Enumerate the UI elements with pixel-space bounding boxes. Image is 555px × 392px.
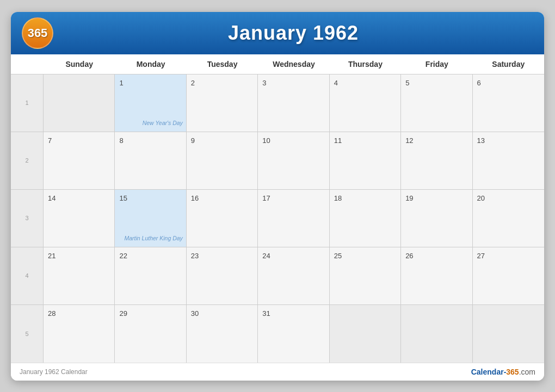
day-number: 13 <box>477 136 485 145</box>
day-number: 21 <box>48 252 55 260</box>
day-cell-jan-6[interactable]: 6 <box>473 74 544 132</box>
day-number: 1 <box>119 79 123 87</box>
day-cell-jan-20[interactable]: 20 <box>473 190 544 247</box>
day-cell-jan-7[interactable]: 7 <box>44 132 115 189</box>
day-number: 5 <box>405 79 409 87</box>
day-cell-jan-3[interactable]: 3 <box>258 74 329 132</box>
day-cell-empty-3 <box>401 305 472 363</box>
calendar-row-2: 2 7 8 9 10 11 12 <box>11 132 544 190</box>
day-number: 25 <box>334 252 342 260</box>
day-number: 6 <box>477 79 481 87</box>
day-cell-jan-19[interactable]: 19 <box>401 190 472 247</box>
calendar-row-4: 4 21 22 23 24 25 26 <box>11 247 544 305</box>
day-number: 30 <box>191 309 199 318</box>
day-cell-jan-21[interactable]: 21 <box>44 247 115 304</box>
week-num-5: 5 <box>11 305 44 363</box>
day-number: 15 <box>119 194 127 202</box>
holiday-name-new-years: New Year's Day <box>143 120 183 127</box>
day-number: 31 <box>262 309 270 318</box>
day-cell-jan-31[interactable]: 31 <box>258 305 329 363</box>
calendar-row-3: 3 14 15 Martin Luther King Day 16 17 18 <box>11 190 544 247</box>
day-cell-jan-2[interactable]: 2 <box>187 74 258 132</box>
holiday-name-mlk: Martin Luther King Day <box>124 235 182 242</box>
day-cell-jan-11[interactable]: 11 <box>330 132 401 189</box>
calendar-header: 365 January 1962 <box>11 12 544 54</box>
day-cell-empty-4 <box>473 305 544 363</box>
day-cell-jan-29[interactable]: 29 <box>115 305 186 363</box>
logo-badge: 365 <box>22 17 53 49</box>
day-number: 26 <box>405 252 413 260</box>
day-header-thursday: Thursday <box>330 54 401 74</box>
day-number: 4 <box>334 79 338 87</box>
day-header-friday: Friday <box>401 54 472 74</box>
day-header-monday: Monday <box>115 54 186 74</box>
footer-brand-calendar: Calendar- <box>471 368 507 376</box>
day-number: 19 <box>405 194 413 202</box>
footer-brand: Calendar-365.com <box>471 368 535 376</box>
day-cell-jan-30[interactable]: 30 <box>187 305 258 363</box>
day-cell-jan-1[interactable]: 1 New Year's Day <box>115 74 186 132</box>
day-cell-jan-28[interactable]: 28 <box>44 305 115 363</box>
day-number: 27 <box>477 252 485 260</box>
day-number: 10 <box>262 136 270 145</box>
calendar-grid: 1 1 New Year's Day 2 3 4 5 <box>11 74 544 363</box>
day-headers: Sunday Monday Tuesday Wednesday Thursday… <box>11 54 544 74</box>
day-header-tuesday: Tuesday <box>187 54 258 74</box>
day-cell-jan-22[interactable]: 22 <box>115 247 186 304</box>
day-cell-empty-2 <box>330 305 401 363</box>
day-cell-jan-10[interactable]: 10 <box>258 132 329 189</box>
day-number: 3 <box>262 79 266 87</box>
day-cell-jan-27[interactable]: 27 <box>473 247 544 304</box>
day-number: 18 <box>334 194 342 202</box>
footer-label: January 1962 Calendar <box>20 368 88 376</box>
week-num-4: 4 <box>11 247 44 304</box>
day-number: 17 <box>262 194 270 202</box>
day-cell-jan-15[interactable]: 15 Martin Luther King Day <box>115 190 186 247</box>
day-number: 20 <box>477 194 485 202</box>
day-number: 23 <box>191 252 199 260</box>
day-number: 24 <box>262 252 270 260</box>
day-cell-jan-18[interactable]: 18 <box>330 190 401 247</box>
day-cell-jan-4[interactable]: 4 <box>330 74 401 132</box>
day-number: 12 <box>405 136 413 145</box>
week-num-spacer <box>11 54 44 74</box>
calendar-row-1: 1 1 New Year's Day 2 3 4 5 <box>11 74 544 132</box>
footer-brand-dotcom: .com <box>519 368 535 376</box>
footer-brand-365: 365 <box>506 368 519 376</box>
day-cell-jan-25[interactable]: 25 <box>330 247 401 304</box>
calendar-wrapper: 365 January 1962 Sunday Monday Tuesday W… <box>11 12 544 381</box>
day-number: 28 <box>48 309 55 318</box>
day-header-saturday: Saturday <box>473 54 544 74</box>
day-number: 11 <box>334 136 342 145</box>
day-number: 2 <box>191 79 195 87</box>
week-num-2: 2 <box>11 132 44 189</box>
day-number: 22 <box>119 252 127 260</box>
calendar-body: Sunday Monday Tuesday Wednesday Thursday… <box>11 54 544 363</box>
calendar-title: January 1962 <box>53 22 533 45</box>
day-number: 7 <box>48 136 52 145</box>
day-cell-jan-23[interactable]: 23 <box>187 247 258 304</box>
day-cell-jan-9[interactable]: 9 <box>187 132 258 189</box>
calendar-footer: January 1962 Calendar Calendar-365.com <box>11 363 544 381</box>
day-number: 9 <box>191 136 195 145</box>
day-header-wednesday: Wednesday <box>258 54 329 74</box>
week-num-1: 1 <box>11 74 44 132</box>
logo-text: 365 <box>28 26 48 40</box>
day-cell-jan-14[interactable]: 14 <box>44 190 115 247</box>
day-header-sunday: Sunday <box>44 54 115 74</box>
day-number: 8 <box>119 136 123 145</box>
day-cell-jan-26[interactable]: 26 <box>401 247 472 304</box>
week-num-3: 3 <box>11 190 44 247</box>
day-cell-jan-16[interactable]: 16 <box>187 190 258 247</box>
day-number: 14 <box>48 194 55 202</box>
day-cell-jan-24[interactable]: 24 <box>258 247 329 304</box>
calendar-row-5: 5 28 29 30 31 <box>11 305 544 363</box>
day-number: 16 <box>191 194 199 202</box>
day-cell-jan-13[interactable]: 13 <box>473 132 544 189</box>
day-cell-jan-8[interactable]: 8 <box>115 132 186 189</box>
day-cell-jan-12[interactable]: 12 <box>401 132 472 189</box>
day-number: 29 <box>119 309 127 318</box>
day-cell-jan-5[interactable]: 5 <box>401 74 472 132</box>
day-cell-empty-1 <box>44 74 115 132</box>
day-cell-jan-17[interactable]: 17 <box>258 190 329 247</box>
